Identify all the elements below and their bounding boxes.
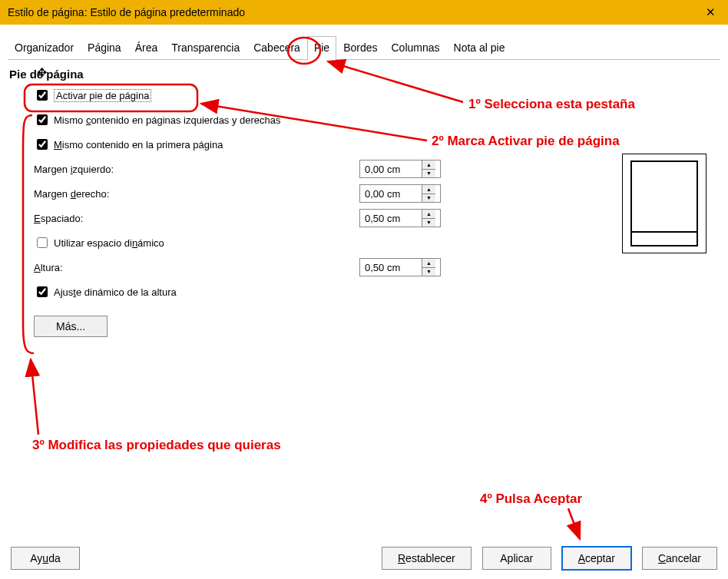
row-margen-derecho: Margen derecho: ▲▼	[34, 184, 720, 203]
row-ajuste-dinamico: Ajuste dinámico de la altura	[34, 282, 720, 302]
reset-button[interactable]: Restablecer	[382, 547, 472, 570]
tab-pie[interactable]: Pie	[307, 36, 336, 60]
spin-up-icon[interactable]: ▲	[422, 160, 435, 170]
spin-up-icon[interactable]: ▲	[422, 185, 435, 194]
label-mismo-primera: Mismo contenido en la primera página	[54, 139, 223, 151]
checkbox-ajuste-dinamico[interactable]	[37, 286, 48, 297]
value-altura[interactable]	[360, 259, 422, 276]
tab-organizador[interactable]: Organizador	[8, 36, 81, 60]
cancel-button[interactable]: Cancelar	[642, 547, 717, 570]
checkbox-mismo-primera[interactable]	[37, 139, 48, 150]
page-preview	[622, 154, 706, 253]
label-margen-izquierdo: Margen izquierdo:	[34, 164, 326, 175]
label-espacio-dinamico: Utilizar espacio dinámico	[54, 237, 164, 249]
apply-button[interactable]: Aplicar	[482, 547, 551, 570]
section-title: Pie de página	[9, 68, 720, 81]
spin-down-icon[interactable]: ▼	[422, 219, 435, 227]
value-margen-derecho[interactable]	[360, 185, 422, 202]
annotation-4: 4º Pulsa Aceptar	[480, 491, 582, 507]
value-espaciado[interactable]	[360, 210, 422, 227]
input-margen-izquierdo[interactable]: ▲▼	[359, 160, 441, 178]
tab-area[interactable]: Área	[128, 36, 165, 60]
tab-columnas[interactable]: Columnas	[385, 36, 447, 60]
row-espacio-dinamico: Utilizar espacio dinámico	[34, 233, 720, 253]
row-mismo-primera: Mismo contenido en la primera página	[34, 134, 720, 154]
label-altura: Altura:	[34, 262, 326, 273]
input-margen-derecho[interactable]: ▲▼	[359, 184, 441, 203]
label-mismo-izq-der: Mismo contenido en páginas izquierdas y …	[54, 114, 281, 126]
svg-line-6	[568, 508, 580, 539]
input-altura[interactable]: ▲▼	[359, 258, 441, 276]
spin-down-icon[interactable]: ▼	[422, 268, 435, 276]
dialog-footer: Ayuda Restablecer Aplicar Aceptar Cancel…	[11, 547, 717, 570]
spin-down-icon[interactable]: ▼	[422, 194, 435, 203]
spin-up-icon[interactable]: ▲	[422, 210, 435, 219]
accept-button[interactable]: Aceptar	[562, 547, 631, 570]
row-espaciado: Espaciado: ▲▼	[34, 208, 720, 228]
spin-up-icon[interactable]: ▲	[422, 259, 435, 268]
tab-strip: Organizador Página Área Transparencia Ca…	[8, 35, 720, 60]
row-margen-izquierdo: Margen izquierdo: ▲▼	[34, 159, 720, 179]
value-margen-izquierdo[interactable]	[360, 160, 422, 177]
tab-notaalpie[interactable]: Nota al pie	[447, 36, 512, 60]
more-button[interactable]: Más...	[34, 316, 108, 337]
checkbox-mismo-izq-der[interactable]	[37, 114, 48, 125]
annotation-3: 3º Modifica las propiedades que quieras	[32, 438, 281, 453]
tab-bordes[interactable]: Bordes	[336, 36, 384, 60]
help-button[interactable]: Ayuda	[11, 547, 80, 570]
label-activar: Activar pie de página	[54, 89, 151, 102]
tab-cabecera[interactable]: Cabecera	[247, 36, 307, 60]
window-title: Estilo de página: Estilo de página prede…	[8, 6, 245, 18]
row-altura: Altura: ▲▼	[34, 257, 720, 277]
label-margen-derecho: Margen derecho:	[34, 188, 326, 200]
tab-transparencia[interactable]: Transparencia	[164, 36, 247, 60]
svg-line-5	[31, 359, 38, 435]
spin-down-icon[interactable]: ▼	[422, 170, 435, 178]
tab-pagina[interactable]: Página	[81, 36, 128, 60]
checkbox-activar[interactable]	[37, 90, 48, 101]
label-espaciado: Espaciado:	[34, 213, 326, 224]
checkbox-espacio-dinamico[interactable]	[37, 237, 48, 248]
titlebar: Estilo de página: Estilo de página prede…	[0, 0, 728, 25]
label-ajuste-dinamico: Ajuste dinámico de la altura	[54, 286, 177, 298]
close-icon[interactable]: ✕	[698, 2, 723, 22]
row-mismo-izq-der: Mismo contenido en páginas izquierdas y …	[34, 110, 720, 130]
input-espaciado[interactable]: ▲▼	[359, 209, 441, 227]
row-activar: Activar pie de página	[34, 85, 720, 105]
